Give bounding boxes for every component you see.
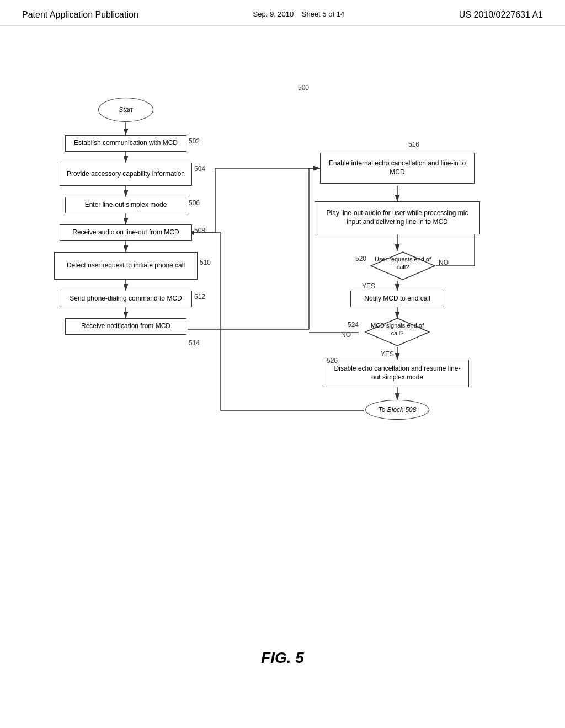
to-block-508-oval: To Block 508 <box>365 400 429 420</box>
label-516: 516 <box>408 141 419 148</box>
diamond-520: User requests end of call? <box>370 251 425 281</box>
block-518: Play line-out audio for user while proce… <box>315 201 480 234</box>
header: Patent Application Publication Sep. 9, 2… <box>0 0 565 26</box>
label-512: 512 <box>194 293 205 301</box>
block-510: Detect user request to initiate phone ca… <box>54 252 198 280</box>
label-500: 500 <box>298 84 309 92</box>
header-right: US 2010/0227631 A1 <box>459 10 543 20</box>
header-left: Patent Application Publication <box>22 10 138 20</box>
label-520: 520 <box>355 255 366 263</box>
block-506: Enter line-out simplex mode <box>65 197 186 213</box>
block-504: Provide accessory capability information <box>60 163 192 186</box>
label-524-no: NO <box>341 331 351 339</box>
label-514: 514 <box>189 339 200 347</box>
start-oval: Start <box>98 98 153 122</box>
block-512: Send phone-dialing command to MCD <box>60 291 192 307</box>
label-520-no: NO <box>439 259 449 266</box>
diamond-524: MCD signals end of call? <box>364 317 430 347</box>
label-502: 502 <box>189 137 200 145</box>
label-510: 510 <box>200 259 211 266</box>
label-520-yes: YES <box>362 282 375 290</box>
figure-caption: FIG. 5 <box>0 649 565 683</box>
label-526: 526 <box>327 357 338 365</box>
header-center: Sep. 9, 2010 Sheet 5 of 14 <box>253 10 345 18</box>
block-502: Establish communication with MCD <box>65 135 186 152</box>
label-506: 506 <box>189 199 200 207</box>
block-522: Notify MCD to end call <box>350 291 444 307</box>
label-508: 508 <box>194 227 205 234</box>
arrow-svg <box>0 31 565 638</box>
diagram-area: 500 Start Establish communication with M… <box>0 31 565 638</box>
block-514: Receive notification from MCD <box>65 318 186 335</box>
block-508: Receive audio on line-out from MCD <box>60 224 192 241</box>
label-524-yes: YES <box>381 350 394 358</box>
label-504: 504 <box>194 165 205 173</box>
block-526: Disable echo cancellation and resume lin… <box>326 360 469 387</box>
label-524: 524 <box>348 321 359 329</box>
block-516: Enable internal echo cancellation and li… <box>320 153 475 184</box>
